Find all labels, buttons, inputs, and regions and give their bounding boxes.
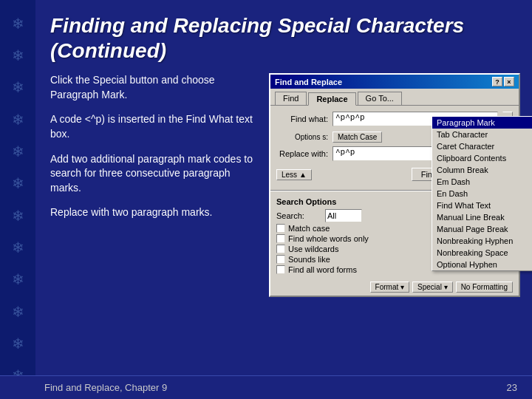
checkbox-all-word-forms-input[interactable] (276, 265, 285, 274)
snowflake-icon-1: ❄ (12, 15, 24, 33)
tab-goto[interactable]: Go To... (358, 92, 402, 105)
snowflake-icon-10: ❄ (12, 303, 24, 321)
close-button[interactable]: × (504, 77, 514, 86)
dropdown-item-en-dash[interactable]: En Dash (432, 188, 532, 200)
snowflake-icon-5: ❄ (12, 143, 24, 160)
tab-replace[interactable]: Replace (308, 92, 355, 106)
dialog-column: Find and Replace ? × Find Replace Go To.… (269, 73, 517, 368)
special-dropdown-menu: Paragraph Mark Tab Character Caret Chara… (432, 116, 532, 271)
bullet-item-3: Add two additional paragraph mark codes … (50, 152, 257, 196)
replace-with-label: Replace with: (276, 149, 328, 158)
page-title: Finding and Replacing Special Characters… (50, 13, 517, 63)
snowflake-icon-2: ❄ (12, 47, 24, 64)
snowflake-icon-9: ❄ (12, 270, 24, 288)
dialog-bottom-buttons: Format ▾ Special ▾ No Formatting (270, 279, 519, 296)
checkbox-all-word-forms-label: Find all word forms (288, 265, 357, 274)
checkbox-whole-words-label: Find whole words only (288, 234, 369, 243)
dropdown-item-clipboard-contents[interactable]: Clipboard Contents (432, 152, 532, 164)
dropdown-item-nonbreaking-space[interactable]: Nonbreaking Space (432, 247, 532, 259)
dropdown-item-manual-page-break[interactable]: Manual Page Break (432, 223, 532, 235)
checkbox-wildcards-label: Use wildcards (288, 245, 338, 253)
dialog-tabs: Find Replace Go To... (270, 89, 519, 106)
footer-page-number: 23 (507, 382, 517, 393)
bullet-item-4: Replace with two paragraph marks. (50, 205, 257, 220)
format-button[interactable]: Format ▾ (370, 282, 409, 293)
bullet-item-2: A code <^p) is inserted in the Find What… (50, 112, 257, 141)
main-content: Finding and Replacing Special Characters… (35, 0, 532, 375)
checkbox-whole-words-input[interactable] (276, 234, 285, 243)
titlebar-buttons: ? × (492, 77, 514, 86)
dropdown-item-em-dash[interactable]: Em Dash (432, 176, 532, 188)
footer-bar: Find and Replace, Chapter 9 23 (0, 375, 532, 399)
match-case-btn[interactable]: Match Case (332, 132, 382, 143)
snowflake-icon-3: ❄ (12, 78, 24, 96)
dropdown-item-caret-character[interactable]: Caret Character (432, 140, 532, 152)
less-button[interactable]: Less ▲ (276, 169, 312, 180)
search-dropdown[interactable]: All (325, 209, 362, 222)
left-decorative-strip: ❄ ❄ ❄ ❄ ❄ ❄ ❄ ❄ ❄ ❄ ❄ ❄ (0, 0, 35, 399)
search-label: Search: (276, 211, 321, 220)
checkbox-wildcards-input[interactable] (276, 245, 285, 253)
options-label: Options s: (276, 133, 328, 141)
dialog-titlebar: Find and Replace ? × (270, 75, 519, 89)
bullet-item-1: Click the Special button and choose Para… (50, 73, 257, 102)
checkbox-sounds-like-input[interactable] (276, 255, 285, 264)
no-formatting-button[interactable]: No Formatting (456, 282, 513, 293)
help-button[interactable]: ? (492, 77, 502, 86)
special-button[interactable]: Special ▾ (412, 282, 453, 293)
dropdown-item-nonbreaking-hyphen[interactable]: Nonbreaking Hyphen (432, 235, 532, 247)
dialog-title: Find and Replace (275, 78, 342, 86)
dropdown-item-find-what-text[interactable]: Find What Text (432, 200, 532, 211)
text-column: Click the Special button and choose Para… (50, 73, 257, 368)
snowflake-icon-7: ❄ (12, 207, 24, 225)
options-buttons: Match Case (332, 132, 382, 143)
checkbox-match-case-input[interactable] (276, 224, 285, 233)
tab-find[interactable]: Find (275, 92, 307, 105)
dropdown-item-paragraph-mark[interactable]: Paragraph Mark (432, 117, 532, 129)
footer-text: Find and Replace, Chapter 9 (44, 382, 167, 393)
dropdown-item-tab-character[interactable]: Tab Character (432, 129, 532, 140)
checkbox-sounds-like-label: Sounds like (288, 255, 330, 264)
snowflake-icon-6: ❄ (12, 174, 24, 192)
content-row: Click the Special button and choose Para… (50, 73, 517, 368)
checkbox-match-case-label: Match case (288, 224, 330, 233)
dropdown-item-optional-hyphen[interactable]: Optional Hyphen (432, 259, 532, 270)
snowflake-icon-8: ❄ (12, 239, 24, 256)
dropdown-item-manual-line-break[interactable]: Manual Line Break (432, 211, 532, 223)
dropdown-item-column-break[interactable]: Column Break (432, 164, 532, 176)
snowflake-icon-11: ❄ (12, 335, 24, 352)
snowflake-icon-4: ❄ (12, 111, 24, 129)
find-what-label: Find what: (276, 115, 328, 123)
